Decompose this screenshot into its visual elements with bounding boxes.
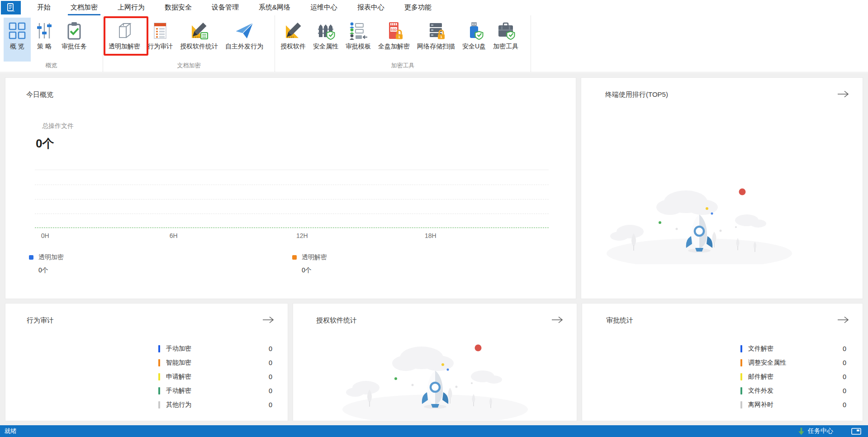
ribbon-button-authorized-software[interactable]: 授权软件 xyxy=(277,18,309,62)
arrow-right-icon xyxy=(262,316,274,323)
tab-report-center[interactable]: 报表中心 xyxy=(347,0,394,15)
panel-authorized-software-stats: 授权软件统计 xyxy=(293,303,577,421)
ribbon-group-label: 加密工具 xyxy=(275,62,531,70)
tab-document-encryption[interactable]: 文档加密 xyxy=(61,0,108,15)
overview-grid-icon xyxy=(7,21,27,41)
item-label: 手动加密 xyxy=(166,345,191,353)
authorized-software-stats-icon xyxy=(189,21,209,41)
legend-value: 0个 xyxy=(302,266,327,275)
ribbon-button-label: 透明加解密 xyxy=(109,43,140,51)
security-attribute-fence-shield-icon xyxy=(316,21,336,41)
ribbon-button-behavior-audit[interactable]: 行为审计 xyxy=(144,18,176,62)
panel-title: 今日概览 xyxy=(26,90,53,99)
ribbon-button-label: 授权软件统计 xyxy=(180,43,218,51)
ribbon-button-label: 网络存储扫描 xyxy=(417,43,455,51)
app-menu-button[interactable] xyxy=(1,1,21,14)
legend-swatch xyxy=(29,255,33,260)
item-label: 邮件解密 xyxy=(748,373,773,381)
ribbon-button-authorized-software-stats[interactable]: 授权软件统计 xyxy=(176,18,222,62)
chart-gridline xyxy=(35,185,549,185)
ribbon-button-security-attribute[interactable]: 安全属性 xyxy=(309,18,342,62)
chart-x-axis: 0H 6H 12H 18H xyxy=(35,232,549,240)
x-tick: 12H xyxy=(296,232,308,239)
app-window: 开始 文档加密 上网行为 数据安全 设备管理 系统&网络 运维中心 报表中心 更… xyxy=(0,0,868,437)
item-label: 手动解密 xyxy=(166,387,191,395)
tab-data-security[interactable]: 数据安全 xyxy=(155,0,202,15)
ribbon-button-policy[interactable]: 策 略 xyxy=(31,18,58,62)
arrow-right-icon xyxy=(837,90,849,98)
tab-device-management[interactable]: 设备管理 xyxy=(202,0,249,15)
panel-arrow-button[interactable] xyxy=(836,90,850,99)
ribbon-button-outgoing-behavior[interactable]: 自主外发行为 xyxy=(222,18,267,62)
legend-label: 透明解密 xyxy=(302,253,327,261)
panel-title: 终端使用排行(TOP5) xyxy=(605,90,668,99)
item-value: 0 xyxy=(843,373,846,380)
network-storage-scan-server-lock-icon xyxy=(426,21,446,41)
ribbon-button-label: 策 略 xyxy=(37,43,52,51)
svg-text:SSD: SSD xyxy=(391,28,397,31)
ribbon-button-full-disk-crypt[interactable]: SSD 全盘加解密 xyxy=(375,18,413,62)
app-logo-icon xyxy=(5,2,16,13)
item-label: 智能加密 xyxy=(166,359,191,367)
list-item: 离网补时 0 xyxy=(740,398,846,412)
ribbon-button-transparent-crypt[interactable]: 透明加解密 xyxy=(105,18,144,62)
list-item: 手动解密 0 xyxy=(158,384,272,398)
ribbon-button-label: 审批任务 xyxy=(62,43,87,51)
legend-transparent-encrypt: 透明加密 0个 xyxy=(29,253,64,275)
taskbar-window-button[interactable] xyxy=(851,428,861,435)
ribbon-button-approval-template[interactable]: 审批模板 xyxy=(342,18,375,62)
legend-swatch xyxy=(292,255,297,260)
panel-title: 行为审计 xyxy=(27,316,54,325)
color-bar xyxy=(158,345,160,352)
ribbon-button-approval-task[interactable]: 审批任务 xyxy=(58,18,90,62)
authorized-software-ruler-pencil-icon xyxy=(283,21,303,41)
ribbon-button-label: 安全U盘 xyxy=(462,43,486,51)
color-bar xyxy=(740,345,742,352)
tab-internet-behavior[interactable]: 上网行为 xyxy=(108,0,155,15)
ribbon-button-label: 安全属性 xyxy=(313,43,338,51)
panel-arrow-button[interactable] xyxy=(550,315,564,324)
panel-terminal-top5: 终端使用排行(TOP5) xyxy=(581,77,863,299)
item-label: 其他行为 xyxy=(166,401,191,409)
ribbon-button-secure-usb[interactable]: 安全U盘 xyxy=(459,18,489,62)
tab-ops-center[interactable]: 运维中心 xyxy=(300,0,347,15)
dropdown-caret-icon xyxy=(14,11,15,12)
tab-system-network[interactable]: 系统&网络 xyxy=(249,0,300,15)
ribbon-button-label: 审批模板 xyxy=(346,43,371,51)
ribbon-button-overview[interactable]: 概 览 xyxy=(4,18,31,62)
color-bar xyxy=(740,359,742,366)
tab-more-functions[interactable]: 更多功能 xyxy=(394,0,441,15)
color-bar xyxy=(158,373,160,380)
item-label: 文件外发 xyxy=(748,387,773,395)
panel-arrow-button[interactable] xyxy=(836,315,850,324)
behavior-audit-list: 手动加密 0 智能加密 0 申请解密 0 手动 xyxy=(158,342,272,412)
panel-approval-stats: 审批统计 文件解密 0 调整安全属性 0 xyxy=(582,303,863,421)
approval-stats-list: 文件解密 0 调整安全属性 0 邮件解密 0 xyxy=(740,342,846,412)
list-item: 邮件解密 0 xyxy=(740,370,846,384)
list-item: 手动加密 0 xyxy=(158,342,272,356)
list-item: 文件解密 0 xyxy=(740,342,846,356)
color-bar xyxy=(740,401,742,408)
ribbon-group-label: 文档加密 xyxy=(103,62,275,70)
x-tick: 6H xyxy=(170,232,178,239)
tab-start[interactable]: 开始 xyxy=(27,0,61,15)
behavior-audit-doc-icon xyxy=(150,21,170,41)
item-value: 0 xyxy=(269,373,272,380)
ribbon-button-crypt-tools[interactable]: 加密工具 xyxy=(489,18,522,62)
policy-sliders-icon xyxy=(34,21,54,41)
total-files-value: 0个 xyxy=(36,136,54,152)
task-center-label: 任务中心 xyxy=(808,427,833,435)
task-center-button[interactable]: 任务中心 xyxy=(798,427,833,436)
item-label: 调整安全属性 xyxy=(748,359,786,367)
total-files-label: 总操作文件 xyxy=(42,122,74,130)
approval-template-people-icon xyxy=(348,21,368,41)
item-value: 0 xyxy=(269,387,272,394)
today-trend-chart xyxy=(35,170,549,228)
item-value: 0 xyxy=(269,401,272,408)
panel-arrow-button[interactable] xyxy=(261,315,275,324)
menu-tabs: 开始 文档加密 上网行为 数据安全 设备管理 系统&网络 运维中心 报表中心 更… xyxy=(27,0,441,15)
color-bar xyxy=(740,373,742,380)
chart-gridline xyxy=(35,199,549,200)
item-label: 离网补时 xyxy=(748,401,773,409)
ribbon-button-network-storage-scan[interactable]: 网络存储扫描 xyxy=(413,18,459,62)
